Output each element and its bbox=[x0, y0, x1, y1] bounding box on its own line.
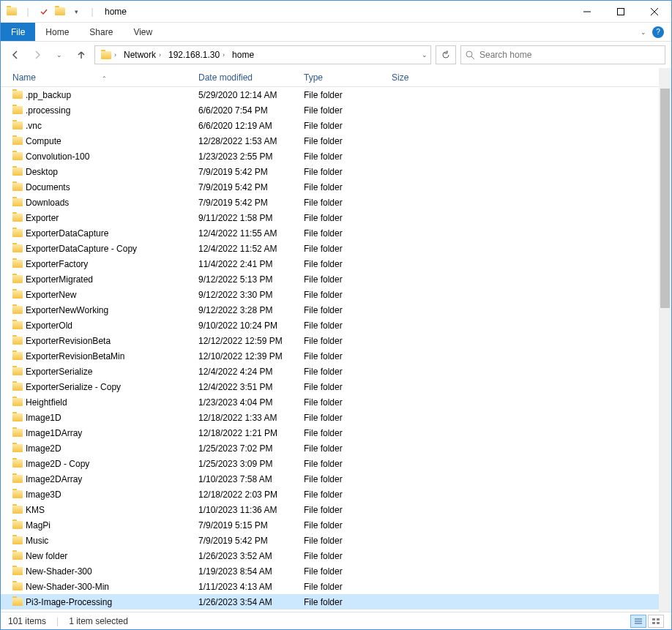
back-button[interactable] bbox=[7, 46, 24, 64]
table-row[interactable]: Image2D1/25/2023 7:02 PMFile folder bbox=[1, 440, 671, 456]
table-row[interactable]: ExporterFactory11/4/2022 2:41 PMFile fol… bbox=[1, 256, 671, 271]
table-row[interactable]: Image1DArray12/18/2022 1:21 PMFile folde… bbox=[1, 425, 671, 440]
table-row[interactable]: ExporterNewWorking9/12/2022 3:28 PMFile … bbox=[1, 302, 671, 318]
status-bar: 101 items | 1 item selected bbox=[1, 612, 671, 629]
table-row[interactable]: Convolution-1001/23/2023 2:55 PMFile fol… bbox=[1, 149, 671, 164]
table-row[interactable]: Compute12/28/2022 1:53 AMFile folder bbox=[1, 133, 671, 149]
search-input[interactable]: Search home bbox=[460, 45, 665, 64]
tab-file[interactable]: File bbox=[1, 23, 35, 41]
table-row[interactable]: Exporter9/11/2022 1:58 PMFile folder bbox=[1, 210, 671, 225]
col-header-type[interactable]: Type bbox=[304, 72, 392, 83]
file-name: ExporterDataCapture bbox=[26, 228, 198, 239]
qat-dropdown-icon[interactable]: ▾ bbox=[70, 5, 83, 18]
sort-indicator-icon: ⌃ bbox=[102, 75, 107, 82]
titlebar: | ▾ | home bbox=[1, 1, 671, 23]
file-name: Documents bbox=[26, 182, 198, 192]
file-date: 9/11/2022 1:58 PM bbox=[198, 213, 304, 223]
table-row[interactable]: MagPi7/9/2019 5:15 PMFile folder bbox=[1, 517, 671, 533]
status-item-count: 101 items bbox=[8, 616, 46, 626]
table-row[interactable]: Heightfield1/23/2023 4:04 PMFile folder bbox=[1, 394, 671, 410]
table-row[interactable]: ExporterSerialize12/4/2022 4:24 PMFile f… bbox=[1, 364, 671, 379]
table-row[interactable]: ExporterMigrated9/12/2022 5:13 PMFile fo… bbox=[1, 271, 671, 287]
new-folder-icon[interactable] bbox=[53, 5, 67, 18]
properties-icon[interactable] bbox=[37, 5, 51, 18]
table-row[interactable]: ExporterNew9/12/2022 3:30 PMFile folder bbox=[1, 287, 671, 302]
address-root-icon[interactable]: › bbox=[98, 51, 119, 59]
tab-share[interactable]: Share bbox=[79, 23, 123, 41]
table-row[interactable]: Desktop7/9/2019 5:42 PMFile folder bbox=[1, 164, 671, 179]
file-type: File folder bbox=[304, 551, 392, 561]
file-date: 7/9/2019 5:15 PM bbox=[198, 520, 304, 530]
ribbon-expand-icon[interactable]: ⌄ bbox=[641, 29, 646, 36]
address-seg-host[interactable]: 192.168.1.30› bbox=[165, 50, 228, 60]
maximize-button[interactable] bbox=[604, 1, 638, 23]
folder-icon bbox=[12, 367, 26, 375]
folder-icon bbox=[12, 337, 26, 345]
table-row[interactable]: Downloads7/9/2019 5:42 PMFile folder bbox=[1, 195, 671, 210]
folder-icon bbox=[12, 444, 26, 452]
table-row[interactable]: ExporterOld9/10/2022 10:24 PMFile folder bbox=[1, 318, 671, 333]
col-header-size[interactable]: Size bbox=[392, 72, 443, 83]
tab-home[interactable]: Home bbox=[35, 23, 79, 41]
folder-icon bbox=[12, 582, 26, 590]
table-row[interactable]: KMS1/10/2023 11:36 AMFile folder bbox=[1, 502, 671, 517]
address-bar[interactable]: › Network› 192.168.1.30› home ⌄ bbox=[94, 45, 431, 64]
folder-icon bbox=[12, 567, 26, 575]
details-view-button[interactable] bbox=[630, 615, 646, 628]
folder-icon bbox=[12, 214, 26, 222]
file-type: File folder bbox=[304, 336, 392, 346]
up-button[interactable] bbox=[72, 46, 90, 64]
col-header-name[interactable]: Name⌃ bbox=[12, 72, 198, 83]
folder-icon bbox=[12, 290, 26, 299]
file-date: 12/18/2022 1:21 PM bbox=[198, 428, 304, 438]
table-row[interactable]: Image1D12/18/2022 1:33 AMFile folder bbox=[1, 410, 671, 425]
status-separator: | bbox=[56, 616, 59, 626]
table-row[interactable]: New folder1/26/2023 3:52 AMFile folder bbox=[1, 548, 671, 563]
file-date: 1/25/2023 7:02 PM bbox=[198, 443, 304, 454]
table-row[interactable]: Image2D - Copy1/25/2023 3:09 PMFile fold… bbox=[1, 456, 671, 471]
file-date: 7/9/2019 5:42 PM bbox=[198, 198, 304, 208]
table-row[interactable]: Image3D12/18/2022 2:03 PMFile folder bbox=[1, 487, 671, 502]
address-dropdown-icon[interactable]: ⌄ bbox=[422, 51, 428, 59]
icons-view-button[interactable] bbox=[648, 615, 664, 628]
table-row[interactable]: Music7/9/2019 5:42 PMFile folder bbox=[1, 533, 671, 548]
table-row[interactable]: New-Shader-300-Min1/11/2023 4:13 AMFile … bbox=[1, 579, 671, 594]
address-seg-network[interactable]: Network› bbox=[121, 50, 164, 60]
col-header-date[interactable]: Date modified bbox=[198, 72, 304, 83]
table-row[interactable]: .pp_backup5/29/2020 12:14 AMFile folder bbox=[1, 87, 671, 102]
table-row[interactable]: ExporterRevisionBeta12/12/2022 12:59 PMF… bbox=[1, 333, 671, 348]
table-row[interactable]: Documents7/9/2019 5:42 PMFile folder bbox=[1, 179, 671, 195]
window-controls bbox=[570, 1, 671, 23]
address-seg-home[interactable]: home bbox=[229, 50, 257, 60]
table-row[interactable]: ExporterRevisionBetaMin12/10/2022 12:39 … bbox=[1, 348, 671, 364]
file-date: 5/29/2020 12:14 AM bbox=[198, 90, 304, 100]
table-row[interactable]: ExporterDataCapture - Copy12/4/2022 11:5… bbox=[1, 241, 671, 256]
svg-line-5 bbox=[471, 56, 474, 59]
table-row[interactable]: .processing6/6/2020 7:54 PMFile folder bbox=[1, 102, 671, 118]
table-row[interactable]: Pi3-Image-Processing1/26/2023 3:54 AMFil… bbox=[1, 594, 671, 610]
forward-button[interactable] bbox=[29, 46, 46, 64]
file-date: 12/10/2022 12:39 PM bbox=[198, 351, 304, 361]
recent-dropdown-icon[interactable]: ⌄ bbox=[51, 46, 68, 64]
folder-icon bbox=[12, 260, 26, 268]
file-name: ExporterSerialize - Copy bbox=[26, 382, 198, 392]
folder-icon bbox=[12, 398, 26, 406]
table-row[interactable]: ExporterDataCapture12/4/2022 11:55 AMFil… bbox=[1, 225, 671, 241]
file-type: File folder bbox=[304, 428, 392, 438]
scrollbar[interactable] bbox=[659, 68, 671, 612]
file-date: 1/19/2023 8:54 AM bbox=[198, 566, 304, 577]
file-type: File folder bbox=[304, 213, 392, 223]
file-name: Exporter bbox=[26, 213, 198, 223]
table-row[interactable]: .vnc6/6/2020 12:19 AMFile folder bbox=[1, 118, 671, 133]
tab-view[interactable]: View bbox=[123, 23, 163, 41]
table-row[interactable]: Image2DArray1/10/2023 7:58 AMFile folder bbox=[1, 471, 671, 487]
folder-icon bbox=[12, 490, 26, 498]
table-row[interactable]: ExporterSerialize - Copy12/4/2022 3:51 P… bbox=[1, 379, 671, 394]
help-icon[interactable]: ? bbox=[652, 26, 664, 38]
table-row[interactable]: New-Shader-3001/19/2023 8:54 AMFile fold… bbox=[1, 563, 671, 579]
file-list[interactable]: Name⌃ Date modified Type Size .pp_backup… bbox=[1, 68, 671, 612]
minimize-button[interactable] bbox=[570, 1, 604, 23]
refresh-button[interactable] bbox=[436, 45, 456, 64]
scrollbar-thumb[interactable] bbox=[660, 89, 670, 308]
close-button[interactable] bbox=[638, 1, 671, 23]
